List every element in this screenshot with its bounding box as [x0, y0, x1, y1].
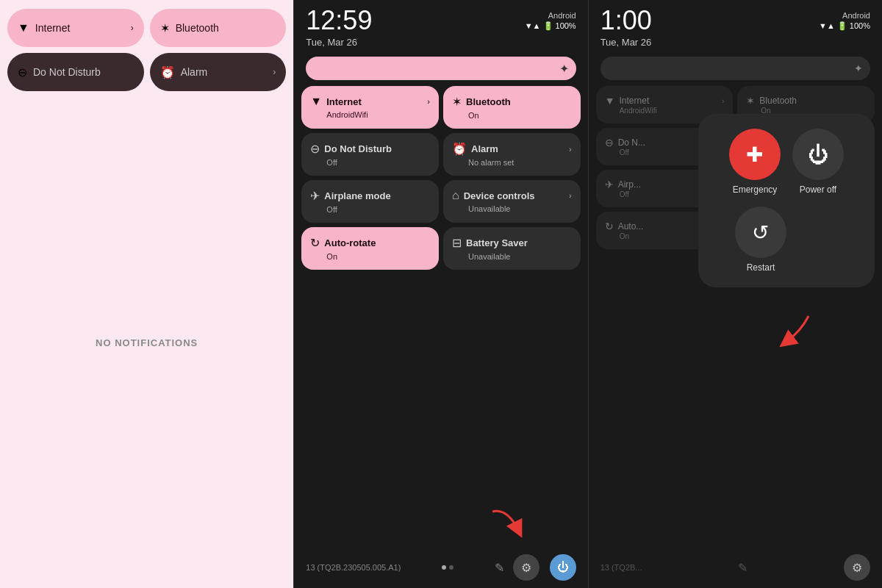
wifi-icon: ▼: [605, 95, 615, 107]
tile-auto-rotate[interactable]: ↻ Auto-rotate On: [301, 227, 439, 270]
dnd-bg: Do N...: [618, 137, 645, 148]
tile-internet-label: Internet: [35, 22, 70, 34]
emergency-button[interactable]: ✚: [729, 129, 781, 180]
arrow-indicator: [764, 309, 816, 356]
restart-label: Restart: [747, 262, 775, 273]
edit-icon[interactable]: ✎: [738, 561, 747, 575]
wifi-icon: ▼: [310, 95, 322, 108]
settings-button[interactable]: ⚙: [844, 554, 870, 581]
internet-bg: Internet: [620, 96, 650, 106]
chevron-icon: ›: [569, 145, 572, 154]
internet-sub-bg: AndroidWifi: [605, 107, 725, 115]
tile-alarm[interactable]: ⏰ Alarm ›: [150, 53, 287, 91]
status-icons: ▼▲ 🔋 100%: [819, 21, 870, 31]
battery-saver-sub: Unavailable: [452, 252, 572, 261]
settings-button[interactable]: ⚙: [513, 554, 539, 581]
internet-sub: AndroidWifi: [310, 110, 430, 119]
tile-row-3: ✈ Airplane mode Off ⌂ Device controls › …: [301, 180, 580, 223]
clock: 12:59: [306, 7, 372, 34]
gear-icon: ⚙: [521, 561, 531, 575]
signal-icon: ▼▲: [819, 21, 835, 30]
restart-icon: ↺: [752, 220, 769, 245]
status-bar: 1:00 Android ▼▲ 🔋 100%: [589, 0, 882, 37]
date-label: Tue, Mar 26: [589, 37, 882, 52]
android-label: Android: [548, 11, 576, 20]
airplane-sub: Off: [310, 205, 430, 214]
build-number: 13 (TQ2B...: [600, 563, 642, 572]
status-bar: 12:59 Android ▼▲ 🔋 100%: [294, 0, 587, 37]
chevron-icon: ›: [722, 97, 724, 105]
bluetooth-label: Bluetooth: [466, 96, 511, 107]
no-notifications-label: NO NOTIFICATIONS: [96, 337, 198, 348]
alarm-sub: No alarm set: [452, 158, 572, 167]
minus-circle-icon: ⊖: [18, 65, 27, 79]
gear-icon: ⚙: [852, 561, 862, 575]
tile-row-4: ↻ Auto-rotate On ⊟ Battery Saver Unavail…: [301, 227, 580, 270]
tile-do-not-disturb[interactable]: ⊖ Do Not Disturb: [7, 53, 144, 91]
tiles-grid: ▼ Internet › AndroidWifi ✶ Bluetooth On …: [294, 86, 587, 270]
alarm-icon: ⏰: [160, 65, 175, 79]
edit-icon[interactable]: ✎: [495, 561, 504, 575]
tile-battery-saver[interactable]: ⊟ Battery Saver Unavailable: [443, 227, 581, 270]
restart-container: ↺ Restart: [735, 207, 786, 273]
chevron-icon: ›: [569, 191, 572, 200]
panel-notification-shade: ▼ Internet › ✶ Bluetooth ⊖ Do Not Distur…: [0, 0, 294, 588]
tile-bluetooth[interactable]: ✶ Bluetooth On: [443, 86, 581, 129]
build-number: 13 (TQ2B.230505.005.A1): [306, 563, 401, 572]
device-controls-sub: Unavailable: [452, 204, 572, 213]
emergency-label: Emergency: [733, 184, 778, 195]
tile-alarm[interactable]: ⏰ Alarm › No alarm set: [443, 133, 581, 176]
airplane-icon: ✈: [310, 189, 320, 203]
tile-airplane[interactable]: ✈ Airplane mode Off: [301, 180, 439, 223]
bluetooth-icon: ✶: [160, 21, 170, 35]
tile-row-2: ⊖ Do Not Disturb ⏰ Alarm ›: [7, 53, 286, 91]
power-menu-top-row: ✚ Emergency ⏻ Power off: [710, 129, 863, 195]
bluetooth-bg: Bluetooth: [759, 96, 797, 106]
power-off-label: Power off: [800, 184, 836, 195]
tile-internet[interactable]: ▼ Internet › AndroidWifi: [301, 86, 439, 129]
airplane-bg: Airp...: [618, 179, 641, 190]
brightness-icon: ✦: [854, 62, 863, 74]
quick-tiles-panel1: ▼ Internet › ✶ Bluetooth ⊖ Do Not Distur…: [0, 0, 293, 97]
power-off-button[interactable]: ⏻: [792, 129, 844, 180]
power-button[interactable]: ⏻: [550, 554, 576, 581]
airplane-label: Airplane mode: [324, 190, 390, 201]
tile-row-1: ▼ Internet › AndroidWifi ✶ Bluetooth On: [301, 86, 580, 129]
page-dots: [442, 565, 453, 570]
tile-row-2: ⊖ Do Not Disturb Off ⏰ Alarm › No alarm …: [301, 133, 580, 176]
status-right: Android ▼▲ 🔋 100%: [525, 11, 576, 31]
footer: 13 (TQ2B.230505.005.A1) ✎ ⚙ ⏻: [294, 547, 587, 588]
bluetooth-icon: ✶: [452, 95, 462, 109]
brightness-icon: ✦: [559, 62, 569, 76]
restart-row: ↺ Restart: [710, 207, 863, 273]
bluetooth-sub: On: [452, 111, 572, 120]
battery-icon: 🔋: [543, 21, 553, 31]
restart-button[interactable]: ↺: [735, 207, 786, 258]
internet-label: Internet: [326, 96, 362, 107]
battery-saver-label: Battery Saver: [466, 237, 528, 248]
battery-level: 100%: [850, 21, 870, 30]
footer-action-icons: ⚙ ⏻: [513, 554, 576, 581]
dot-2: [449, 565, 453, 570]
signal-icon: ▼▲: [525, 21, 541, 30]
auto-rotate-sub: On: [310, 252, 430, 261]
chevron-right-icon: ›: [273, 67, 276, 77]
status-right: Android ▼▲ 🔋 100%: [819, 11, 870, 31]
panel-quick-settings: 12:59 Android ▼▲ 🔋 100% Tue, Mar 26 ✦ ▼ …: [294, 0, 588, 588]
tile-device-controls[interactable]: ⌂ Device controls › Unavailable: [443, 180, 581, 223]
dnd-icon: ⊖: [605, 137, 614, 148]
brightness-slider[interactable]: ✦: [600, 57, 870, 80]
chevron-right-icon: ›: [131, 23, 134, 33]
clock: 1:00: [600, 7, 652, 34]
tile-dnd[interactable]: ⊖ Do Not Disturb Off: [301, 133, 439, 176]
power-off-icon: ⏻: [808, 143, 828, 167]
tile-bluetooth[interactable]: ✶ Bluetooth: [150, 9, 287, 47]
footer: 13 (TQ2B... ✎ ⚙: [589, 554, 882, 581]
android-label: Android: [842, 11, 870, 20]
dnd-label: Do Not Disturb: [324, 143, 392, 154]
autorotate-bg: Auto...: [618, 221, 644, 232]
tile-internet[interactable]: ▼ Internet ›: [7, 9, 144, 47]
status-icons: ▼▲ 🔋 100%: [525, 21, 576, 31]
dot-1: [442, 565, 446, 570]
brightness-slider[interactable]: ✦: [306, 57, 576, 80]
